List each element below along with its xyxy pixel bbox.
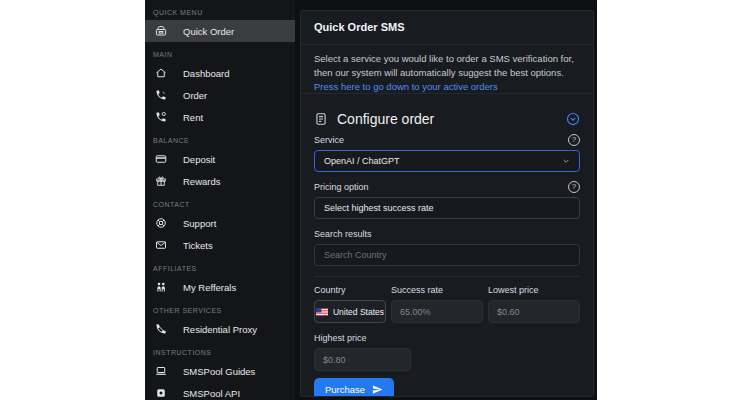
sidebar-item-deposit[interactable]: Deposit [145, 148, 295, 170]
highest-price-label: Highest price [314, 333, 367, 343]
lowest-price-column-label: Lowest price [488, 285, 580, 296]
pricing-selected-value: Select highest success rate [324, 203, 434, 213]
sidebar-item-label: Support [183, 218, 216, 229]
sidebar-item-support[interactable]: Support [145, 212, 295, 234]
service-label-row: Service ? [314, 133, 580, 146]
sidebar-item-label: SMSPool API [183, 388, 240, 399]
sidebar-item-rewards[interactable]: Rewards [145, 170, 295, 192]
results-value-row: United States [314, 300, 580, 323]
pricing-option-label: Pricing option [314, 182, 369, 192]
paper-plane-icon [372, 384, 383, 395]
main-content: Quick Order SMS Select a service you wou… [295, 0, 597, 400]
search-results-label-row: Search results [314, 227, 580, 240]
lowest-price-input[interactable] [488, 300, 580, 323]
sidebar-item-label: SMSPool Guides [183, 366, 255, 377]
pricing-label-row: Pricing option ? [314, 180, 580, 193]
country-column-label: Country [314, 285, 386, 296]
document-icon [314, 112, 328, 126]
search-country-input[interactable] [314, 244, 580, 266]
gift-icon [154, 175, 168, 187]
sidebar-item-residential-proxy[interactable]: Residential Proxy [145, 318, 295, 340]
service-label: Service [314, 135, 344, 145]
users-icon [154, 281, 168, 293]
page-title: Quick Order SMS [301, 11, 593, 45]
configure-order-card: Configure order Service ? OpenAI / ChatG… [300, 93, 594, 397]
chevron-down-icon [562, 157, 570, 165]
sidebar-section-affiliates: AFFILIATES [145, 265, 295, 273]
sidebar-item-label: Deposit [183, 154, 215, 165]
sidebar-item-label: Rent [183, 112, 203, 123]
home-icon [154, 67, 168, 79]
us-flag-icon [316, 308, 328, 316]
credit-card-icon [154, 153, 168, 165]
sidebar-section-instructions: INSTRUCTIONS [145, 349, 295, 357]
sidebar-section-balance: BALANCE [145, 137, 295, 145]
highest-price-input[interactable] [314, 348, 411, 371]
results-header-row: Country Success rate Lowest price [314, 285, 580, 296]
sidebar-item-quick-order[interactable]: Quick Order [145, 20, 295, 42]
sidebar-section-other-services: OTHER SERVICES [145, 307, 295, 315]
sidebar-item-smspool-api[interactable]: SMSPool API [145, 382, 295, 400]
sidebar-item-label: Residential Proxy [183, 324, 257, 335]
sidebar-item-label: Dashboard [183, 68, 229, 79]
laptop-icon [154, 365, 168, 377]
results-divider [314, 276, 580, 277]
pricing-help-icon[interactable]: ? [568, 181, 580, 193]
service-help-icon[interactable]: ? [568, 134, 580, 146]
sidebar-item-label: Rewards [183, 176, 221, 187]
sidebar-item-dashboard[interactable]: Dashboard [145, 62, 295, 84]
purchase-button[interactable]: Purchase [314, 378, 394, 397]
description-text: Select a service you would like to order… [314, 53, 574, 78]
sidebar-section-quick-menu: QUICK MENU [145, 9, 295, 17]
active-orders-link[interactable]: Press here to go down to your active ord… [314, 81, 498, 92]
sidebar-item-smspool-guides[interactable]: SMSPool Guides [145, 360, 295, 382]
sidebar-section-contact: CONTACT [145, 201, 295, 209]
search-results-label: Search results [314, 229, 372, 239]
phone-icon [154, 89, 168, 101]
sidebar-item-label: Quick Order [183, 26, 234, 37]
envelope-icon [154, 239, 168, 251]
phone-slash-icon [154, 323, 168, 335]
office-phone-icon [154, 25, 168, 37]
sidebar: QUICK MENU Quick Order MAIN Dashboard Or… [145, 0, 295, 400]
configure-order-heading: Configure order [314, 110, 580, 128]
phone-gear-icon [154, 111, 168, 123]
success-rate-column-label: Success rate [391, 285, 483, 296]
sidebar-item-label: Order [183, 90, 207, 101]
sidebar-item-label: Tickets [183, 240, 213, 251]
sidebar-item-order[interactable]: Order [145, 84, 295, 106]
life-ring-icon [154, 217, 168, 229]
sidebar-section-main: MAIN [145, 51, 295, 59]
success-rate-input[interactable] [391, 300, 483, 323]
purchase-button-label: Purchase [325, 384, 365, 395]
sidebar-item-rent[interactable]: Rent [145, 106, 295, 128]
sidebar-item-label: My Refferals [183, 282, 236, 293]
country-value: United States [333, 307, 384, 317]
highest-price-label-row: Highest price [314, 331, 580, 344]
sidebar-item-my-refferals[interactable]: My Refferals [145, 276, 295, 298]
chip-icon [154, 387, 168, 399]
sidebar-item-tickets[interactable]: Tickets [145, 234, 295, 256]
service-selected-value: OpenAI / ChatGPT [324, 156, 400, 166]
country-button[interactable]: United States [314, 300, 386, 323]
pricing-option-select[interactable]: Select highest success rate [314, 197, 580, 219]
collapse-chevron-circle-icon[interactable] [566, 112, 580, 126]
app-window: QUICK MENU Quick Order MAIN Dashboard Or… [0, 0, 750, 400]
configure-order-title: Configure order [337, 111, 566, 127]
quick-order-header-card: Quick Order SMS Select a service you wou… [300, 10, 594, 103]
service-select[interactable]: OpenAI / ChatGPT [314, 150, 580, 172]
